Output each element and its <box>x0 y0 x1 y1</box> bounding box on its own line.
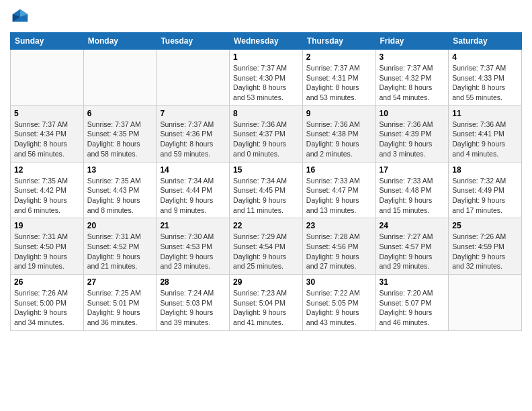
day-info: Sunrise: 7:28 AM Sunset: 4:56 PM Dayligh… <box>306 232 372 271</box>
week-row-2: 5Sunrise: 7:37 AM Sunset: 4:34 PM Daylig… <box>11 105 522 162</box>
calendar-cell: 29Sunrise: 7:23 AM Sunset: 5:04 PM Dayli… <box>230 275 303 331</box>
calendar-cell <box>449 275 522 331</box>
calendar-cell: 6Sunrise: 7:37 AM Sunset: 4:35 PM Daylig… <box>83 105 157 162</box>
day-info: Sunrise: 7:34 AM Sunset: 4:45 PM Dayligh… <box>233 176 299 216</box>
day-number: 30 <box>306 277 372 287</box>
calendar-cell: 13Sunrise: 7:35 AM Sunset: 4:43 PM Dayli… <box>83 162 157 218</box>
day-number: 27 <box>87 277 153 287</box>
day-info: Sunrise: 7:37 AM Sunset: 4:31 PM Dayligh… <box>306 63 372 103</box>
calendar-cell: 1Sunrise: 7:37 AM Sunset: 4:30 PM Daylig… <box>230 50 303 106</box>
day-info: Sunrise: 7:36 AM Sunset: 4:39 PM Dayligh… <box>380 120 445 159</box>
day-number: 3 <box>380 52 445 62</box>
calendar-cell: 30Sunrise: 7:22 AM Sunset: 5:05 PM Dayli… <box>302 275 375 331</box>
day-number: 14 <box>160 165 226 175</box>
calendar-cell: 5Sunrise: 7:37 AM Sunset: 4:34 PM Daylig… <box>11 105 84 162</box>
day-info: Sunrise: 7:23 AM Sunset: 5:04 PM Dayligh… <box>233 288 299 328</box>
weekday-header-thursday: Thursday <box>302 33 375 50</box>
day-number: 6 <box>87 109 153 118</box>
day-info: Sunrise: 7:29 AM Sunset: 4:54 PM Dayligh… <box>233 232 299 271</box>
weekday-header-friday: Friday <box>375 33 449 50</box>
calendar-cell: 14Sunrise: 7:34 AM Sunset: 4:44 PM Dayli… <box>157 162 230 218</box>
day-number: 2 <box>306 52 372 62</box>
day-info: Sunrise: 7:27 AM Sunset: 4:57 PM Dayligh… <box>380 232 445 271</box>
day-number: 15 <box>233 165 299 175</box>
weekday-header-saturday: Saturday <box>449 33 522 50</box>
day-info: Sunrise: 7:36 AM Sunset: 4:38 PM Dayligh… <box>306 120 372 159</box>
calendar-cell: 25Sunrise: 7:26 AM Sunset: 4:59 PM Dayli… <box>449 218 522 275</box>
day-number: 26 <box>14 277 80 287</box>
calendar-cell: 12Sunrise: 7:35 AM Sunset: 4:42 PM Dayli… <box>11 162 84 218</box>
calendar-cell <box>157 50 230 106</box>
logo-icon <box>10 7 30 27</box>
day-number: 22 <box>233 221 299 230</box>
day-number: 8 <box>233 109 299 118</box>
day-number: 20 <box>87 221 153 230</box>
calendar-cell: 22Sunrise: 7:29 AM Sunset: 4:54 PM Dayli… <box>230 218 303 275</box>
day-info: Sunrise: 7:33 AM Sunset: 4:48 PM Dayligh… <box>380 176 445 216</box>
day-number: 29 <box>233 277 299 287</box>
day-info: Sunrise: 7:20 AM Sunset: 5:07 PM Dayligh… <box>380 288 445 328</box>
day-info: Sunrise: 7:37 AM Sunset: 4:35 PM Dayligh… <box>87 120 153 159</box>
calendar-cell: 11Sunrise: 7:36 AM Sunset: 4:41 PM Dayli… <box>449 105 522 162</box>
week-row-4: 19Sunrise: 7:31 AM Sunset: 4:50 PM Dayli… <box>11 218 522 275</box>
weekday-header-monday: Monday <box>83 33 157 50</box>
day-number: 16 <box>306 165 372 175</box>
day-number: 18 <box>452 165 518 175</box>
day-info: Sunrise: 7:30 AM Sunset: 4:53 PM Dayligh… <box>160 232 226 271</box>
calendar-cell: 8Sunrise: 7:36 AM Sunset: 4:37 PM Daylig… <box>230 105 303 162</box>
day-number: 4 <box>452 52 518 62</box>
calendar-cell: 27Sunrise: 7:25 AM Sunset: 5:01 PM Dayli… <box>83 275 157 331</box>
calendar-cell: 23Sunrise: 7:28 AM Sunset: 4:56 PM Dayli… <box>302 218 375 275</box>
day-number: 13 <box>87 165 153 175</box>
calendar-cell <box>83 50 157 106</box>
calendar-cell: 17Sunrise: 7:33 AM Sunset: 4:48 PM Dayli… <box>375 162 449 218</box>
day-info: Sunrise: 7:37 AM Sunset: 4:36 PM Dayligh… <box>160 120 226 159</box>
logo <box>10 7 33 27</box>
day-number: 9 <box>306 109 372 118</box>
day-info: Sunrise: 7:37 AM Sunset: 4:32 PM Dayligh… <box>380 63 445 103</box>
calendar-cell: 20Sunrise: 7:31 AM Sunset: 4:52 PM Dayli… <box>83 218 157 275</box>
day-number: 7 <box>160 109 226 118</box>
calendar-cell <box>11 50 84 106</box>
day-info: Sunrise: 7:35 AM Sunset: 4:42 PM Dayligh… <box>14 176 80 216</box>
weekday-header-sunday: Sunday <box>11 33 84 50</box>
calendar-cell: 26Sunrise: 7:26 AM Sunset: 5:00 PM Dayli… <box>11 275 84 331</box>
day-number: 19 <box>14 221 80 230</box>
weekday-header-tuesday: Tuesday <box>157 33 230 50</box>
week-row-5: 26Sunrise: 7:26 AM Sunset: 5:00 PM Dayli… <box>11 275 522 331</box>
day-info: Sunrise: 7:26 AM Sunset: 5:00 PM Dayligh… <box>14 288 80 328</box>
calendar-cell: 7Sunrise: 7:37 AM Sunset: 4:36 PM Daylig… <box>157 105 230 162</box>
calendar-cell: 10Sunrise: 7:36 AM Sunset: 4:39 PM Dayli… <box>375 105 449 162</box>
calendar-cell: 15Sunrise: 7:34 AM Sunset: 4:45 PM Dayli… <box>230 162 303 218</box>
calendar-cell: 21Sunrise: 7:30 AM Sunset: 4:53 PM Dayli… <box>157 218 230 275</box>
day-info: Sunrise: 7:26 AM Sunset: 4:59 PM Dayligh… <box>452 232 518 271</box>
calendar-cell: 16Sunrise: 7:33 AM Sunset: 4:47 PM Dayli… <box>302 162 375 218</box>
day-number: 23 <box>306 221 372 230</box>
day-number: 24 <box>380 221 445 230</box>
weekday-header-row: SundayMondayTuesdayWednesdayThursdayFrid… <box>11 33 522 50</box>
calendar-cell: 24Sunrise: 7:27 AM Sunset: 4:57 PM Dayli… <box>375 218 449 275</box>
day-info: Sunrise: 7:37 AM Sunset: 4:34 PM Dayligh… <box>14 120 80 159</box>
week-row-3: 12Sunrise: 7:35 AM Sunset: 4:42 PM Dayli… <box>11 162 522 218</box>
calendar-cell: 19Sunrise: 7:31 AM Sunset: 4:50 PM Dayli… <box>11 218 84 275</box>
calendar-cell: 4Sunrise: 7:37 AM Sunset: 4:33 PM Daylig… <box>449 50 522 106</box>
day-info: Sunrise: 7:35 AM Sunset: 4:43 PM Dayligh… <box>87 176 153 216</box>
calendar-cell: 18Sunrise: 7:32 AM Sunset: 4:49 PM Dayli… <box>449 162 522 218</box>
day-number: 12 <box>14 165 80 175</box>
calendar-cell: 2Sunrise: 7:37 AM Sunset: 4:31 PM Daylig… <box>302 50 375 106</box>
day-info: Sunrise: 7:33 AM Sunset: 4:47 PM Dayligh… <box>306 176 372 216</box>
day-info: Sunrise: 7:24 AM Sunset: 5:03 PM Dayligh… <box>160 288 226 328</box>
day-info: Sunrise: 7:36 AM Sunset: 4:37 PM Dayligh… <box>233 120 299 159</box>
day-info: Sunrise: 7:37 AM Sunset: 4:30 PM Dayligh… <box>233 63 299 103</box>
day-info: Sunrise: 7:32 AM Sunset: 4:49 PM Dayligh… <box>452 176 518 216</box>
weekday-header-wednesday: Wednesday <box>230 33 303 50</box>
day-info: Sunrise: 7:36 AM Sunset: 4:41 PM Dayligh… <box>452 120 518 159</box>
day-number: 25 <box>452 221 518 230</box>
header <box>10 7 522 27</box>
calendar-cell: 9Sunrise: 7:36 AM Sunset: 4:38 PM Daylig… <box>302 105 375 162</box>
day-info: Sunrise: 7:25 AM Sunset: 5:01 PM Dayligh… <box>87 288 153 328</box>
calendar-cell: 3Sunrise: 7:37 AM Sunset: 4:32 PM Daylig… <box>375 50 449 106</box>
day-info: Sunrise: 7:37 AM Sunset: 4:33 PM Dayligh… <box>452 63 518 103</box>
day-number: 21 <box>160 221 226 230</box>
day-info: Sunrise: 7:31 AM Sunset: 4:52 PM Dayligh… <box>87 232 153 271</box>
